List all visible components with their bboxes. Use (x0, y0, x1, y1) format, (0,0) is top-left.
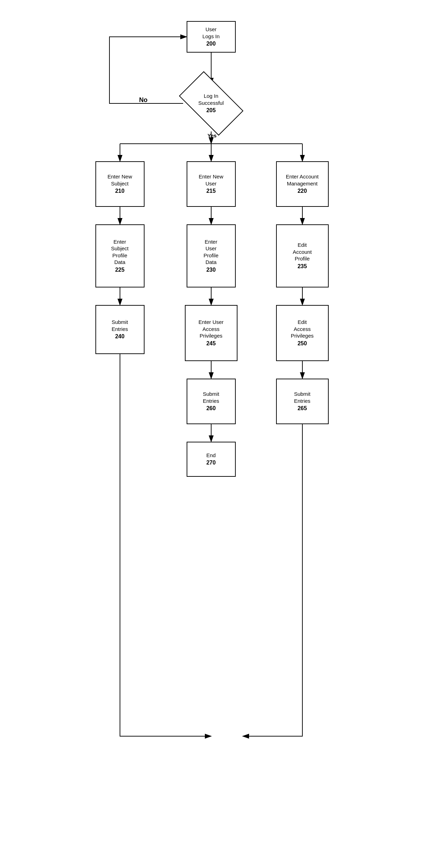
enter-new-user-box: Enter NewUser 215 (187, 161, 236, 207)
submit-entries-265-code: 265 (297, 405, 307, 412)
edit-account-profile-box: EditAccountProfile 235 (276, 224, 329, 287)
end-label: End (206, 452, 216, 459)
submit-entries-240-code: 240 (115, 333, 125, 340)
end-box: End 270 (187, 442, 236, 477)
enter-new-subject-box: Enter NewSubject 210 (95, 161, 145, 207)
no-label: No (139, 96, 148, 104)
submit-entries-265-label: SubmitEntries (294, 391, 310, 404)
enter-user-profile-box: EnterUserProfileData 230 (187, 224, 236, 287)
enter-account-management-code: 220 (297, 188, 307, 195)
enter-new-subject-code: 210 (115, 188, 125, 195)
enter-user-profile-label: EnterUserProfileData (203, 238, 219, 266)
enter-user-profile-code: 230 (206, 266, 216, 274)
submit-entries-260-box: SubmitEntries 260 (187, 379, 236, 424)
enter-subject-profile-box: EnterSubjectProfileData 225 (95, 224, 145, 287)
enter-account-management-label: Enter AccountManagement (286, 173, 319, 187)
submit-entries-265-box: SubmitEntries 265 (276, 379, 329, 424)
enter-new-user-code: 215 (206, 188, 216, 195)
user-logs-in-code: 200 (206, 40, 216, 48)
submit-entries-260-code: 260 (206, 405, 216, 412)
enter-account-management-box: Enter AccountManagement 220 (276, 161, 329, 207)
enter-subject-profile-label: EnterSubjectProfileData (111, 238, 128, 266)
submit-entries-240-label: SubmitEntries (112, 319, 128, 332)
submit-entries-240-box: SubmitEntries 240 (95, 305, 145, 354)
edit-access-privileges-label: EditAccessPrivileges (291, 319, 314, 339)
enter-user-access-box: Enter UserAccessPrivileges 245 (185, 305, 237, 361)
enter-new-user-label: Enter NewUser (199, 173, 223, 187)
yes-label: Yes (208, 133, 217, 138)
enter-subject-profile-code: 225 (115, 266, 125, 274)
submit-entries-260-label: SubmitEntries (203, 391, 219, 404)
enter-user-access-code: 245 (206, 340, 216, 347)
user-logs-in-box: UserLogs In 200 (187, 21, 236, 53)
user-logs-in-label: UserLogs In (202, 26, 220, 40)
end-code: 270 (206, 459, 216, 467)
edit-account-profile-label: EditAccountProfile (293, 242, 312, 262)
enter-new-subject-label: Enter NewSubject (107, 173, 132, 187)
login-successful-diamond: Log InSuccessful 205 (155, 75, 267, 131)
edit-account-profile-code: 235 (297, 263, 307, 270)
edit-access-privileges-code: 250 (297, 340, 307, 347)
edit-access-privileges-box: EditAccessPrivileges 250 (276, 305, 329, 361)
enter-user-access-label: Enter UserAccessPrivileges (199, 319, 224, 339)
